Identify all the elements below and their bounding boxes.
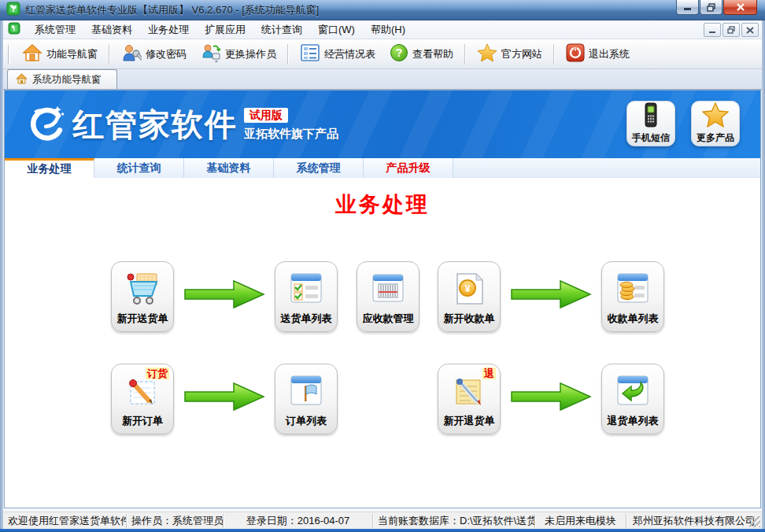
star-icon [702, 102, 729, 131]
tab-business[interactable]: 业务处理 [5, 158, 94, 178]
title-bar[interactable]: 红管家送货单软件专业版【试用版】 V6.2.670 - [系统功能导航窗] [0, 0, 765, 20]
window-title: 红管家送货单软件专业版【试用版】 V6.2.670 - [系统功能导航窗] [25, 3, 319, 17]
toolbar-separator [109, 44, 110, 65]
report-icon [300, 43, 320, 65]
app-icon [6, 2, 20, 19]
view-help-button[interactable]: ? 查看帮助 [382, 40, 460, 68]
icon-row-1: 新开送货单 送货单列表 应收款管理 ¥ 新开收款单 [5, 261, 760, 334]
logo-icon [25, 102, 69, 146]
status-login-date: 登录日期：2016-04-07 [224, 514, 373, 528]
mdi-restore-button[interactable] [722, 23, 740, 37]
page-title: 业务处理 [5, 190, 760, 219]
business-report-button[interactable]: 经营情况表 [293, 40, 382, 68]
window-border-left [0, 20, 3, 532]
banner: 红管家软件 试用版 亚拓软件旗下产品 手机短信 更多产品 [5, 91, 760, 158]
tab-basic-data[interactable]: 基础资料 [184, 158, 274, 178]
menu-item-window[interactable]: 窗口(W) [310, 20, 363, 39]
checklist-icon [287, 262, 325, 312]
document-tab-strip: 系统功能导航窗 [3, 69, 762, 90]
website-star-icon [477, 43, 497, 65]
sms-button-label: 手机短信 [632, 131, 670, 145]
menu-item-basic-data[interactable]: 基础资料 [83, 20, 140, 39]
arrow-icon [183, 277, 265, 315]
window-border-right [762, 20, 765, 532]
delivery-order-list-button[interactable]: 送货单列表 [275, 261, 338, 332]
status-operator: 操作员：系统管理员 [127, 514, 224, 528]
minimize-button[interactable] [676, 0, 699, 15]
status-bar: 欢迎使用红管家送货单软件 操作员：系统管理员 登录日期：2016-04-07 当… [3, 512, 762, 529]
status-caller-module: 未启用来电模块 [535, 514, 626, 528]
receivables-management-button[interactable]: 应收款管理 [357, 261, 419, 332]
content-area: 红管家软件 试用版 亚拓软件旗下产品 手机短信 更多产品 业务处理 统 [4, 90, 761, 508]
help-icon: ? [390, 43, 408, 65]
exit-icon [566, 43, 585, 65]
document-icon [8, 22, 20, 38]
phone-icon [641, 102, 660, 131]
receipt-list-button[interactable]: 收款单列表 [601, 261, 664, 332]
tab-upgrade[interactable]: 产品升级 [364, 158, 453, 178]
new-delivery-order-button[interactable]: 新开送货单 [111, 261, 174, 332]
menu-item-help[interactable]: 帮助(H) [363, 20, 413, 39]
password-icon [121, 43, 142, 65]
menu-item-statistics[interactable]: 统计查询 [253, 20, 310, 39]
nav-tab-bar: 业务处理 统计查询 基础资料 系统管理 产品升级 [5, 158, 760, 178]
tab-statistics[interactable]: 统计查询 [94, 158, 184, 178]
toolbar-grip[interactable] [8, 45, 10, 64]
cart-icon [124, 262, 161, 312]
logo-text: 红管家软件 [72, 103, 238, 146]
banner-subtitle: 亚拓软件旗下产品 [244, 127, 338, 142]
nav-window-button[interactable]: 功能导航窗 [15, 40, 105, 68]
arrow-icon [183, 379, 265, 417]
tab-system[interactable]: 系统管理 [274, 158, 364, 178]
main-panel: 业务处理 新开送货单 送货单列表 应收款管理 [5, 178, 760, 508]
doc-tab-nav-window[interactable]: 系统功能导航窗 [7, 69, 117, 89]
order-list-button[interactable]: 订单列表 [275, 364, 338, 434]
exit-system-button[interactable]: 退出系统 [559, 40, 637, 68]
mdi-close-button[interactable] [741, 23, 759, 37]
mdi-minimize-button[interactable] [704, 23, 721, 37]
menu-bar: 系统管理 基础资料 业务处理 扩展应用 统计查询 窗口(W) 帮助(H) [3, 20, 762, 39]
close-button[interactable] [723, 0, 757, 15]
order-badge: 订货 [146, 368, 169, 379]
return-order-list-button[interactable]: 退货单列表 [601, 364, 664, 434]
status-welcome: 欢迎使用红管家送货单软件 [3, 514, 127, 528]
trial-badge: 试用版 [244, 108, 288, 123]
menu-item-extensions[interactable]: 扩展应用 [197, 20, 253, 39]
toolbar-separator [464, 44, 466, 65]
switch-operator-icon [201, 43, 221, 65]
status-database: 当前账套数据库：D:\亚拓软件\送货 [373, 514, 535, 528]
window-border-bottom [0, 529, 765, 532]
arrow-icon [510, 379, 592, 417]
application-window: 红管家送货单软件专业版【试用版】 V6.2.670 - [系统功能导航窗] 系统… [0, 0, 765, 532]
toolbar-separator [287, 44, 289, 65]
svg-text:¥: ¥ [464, 283, 471, 294]
sms-button[interactable]: 手机短信 [626, 101, 675, 146]
new-return-order-button[interactable]: 退 新开退货单 [438, 364, 501, 434]
new-receipt-button[interactable]: ¥ 新开收款单 [438, 261, 501, 332]
return-arrow-icon [614, 364, 652, 414]
arrow-icon [510, 277, 592, 315]
more-products-label: 更多产品 [697, 131, 734, 145]
flag-list-icon [287, 364, 325, 414]
house-icon [16, 73, 28, 87]
receipt-coin-icon: ¥ [450, 262, 488, 312]
resize-grip[interactable] [749, 516, 760, 527]
new-order-button[interactable]: 订货 新开订单 [111, 364, 174, 434]
icon-row-2: 订货 新开订单 订单列表 退 新开退货单 [5, 364, 760, 436]
toolbar-separator [553, 44, 555, 65]
home-icon [22, 43, 42, 65]
coins-list-icon [614, 262, 652, 312]
toolbar: 功能导航窗 修改密码 更换操作员 经营情况表 ? 查看帮助 官方网站 退出 [3, 39, 762, 69]
official-website-button[interactable]: 官方网站 [470, 40, 549, 68]
logo: 红管家软件 试用版 亚拓软件旗下产品 [25, 102, 338, 146]
switch-operator-button[interactable]: 更换操作员 [194, 40, 283, 68]
menu-item-business[interactable]: 业务处理 [140, 20, 197, 39]
more-products-button[interactable]: 更多产品 [691, 101, 740, 146]
ledger-icon [369, 262, 407, 312]
return-badge: 退 [482, 368, 496, 379]
restore-button[interactable] [700, 0, 722, 15]
svg-text:?: ? [396, 46, 403, 59]
status-company: 郑州亚拓软件科技有限公司 [626, 514, 762, 528]
menu-item-system[interactable]: 系统管理 [27, 20, 83, 39]
change-password-button[interactable]: 修改密码 [114, 40, 194, 68]
